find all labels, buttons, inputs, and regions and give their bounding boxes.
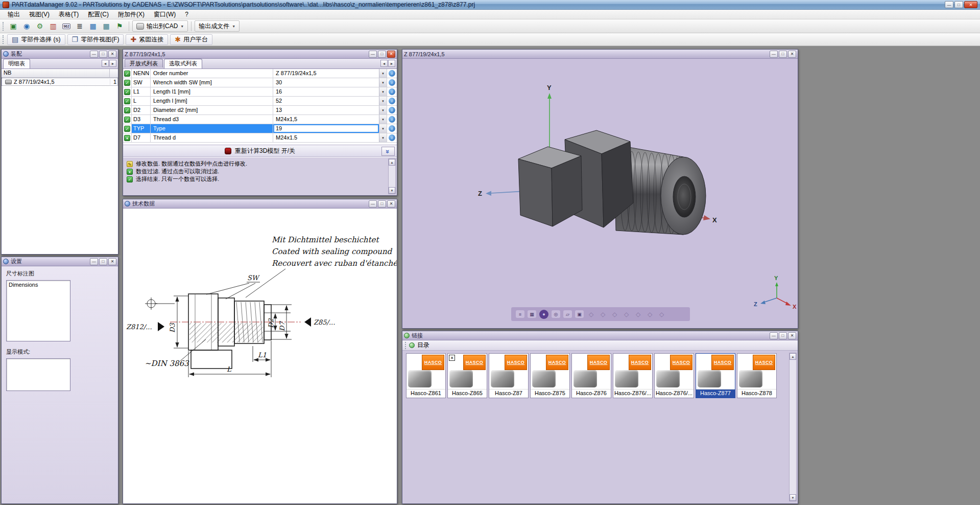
list-circle-button[interactable]: ≣ [74,20,86,32]
menu-item-2[interactable]: 视图(V) [25,10,54,19]
extra-tool-3-icon[interactable]: ◇ [610,310,619,318]
links-panel-minimize-button[interactable]: — [770,332,778,339]
assembly-tab-scroll-left-button[interactable]: ◄ [102,60,109,67]
value-dropdown-icon[interactable]: ▼ [379,87,387,96]
settings-panel-maximize-button[interactable]: □ [99,258,107,265]
value-dropdown-icon[interactable]: ▼ [379,124,387,133]
parameter-row-typ[interactable]: ✓TYPType19▼i [123,124,397,133]
parameter-row-l[interactable]: ✓LLength l [mm]52▼i [123,97,397,106]
extra-tool-6-icon[interactable]: ◇ [646,310,654,318]
export-cad-caret-icon[interactable]: ▼ [180,25,184,28]
viewer-panel-close-button[interactable]: ✕ [788,51,796,58]
parameter-row-d2[interactable]: ✓D2Diameter d2 [mm]13▼i [123,106,397,115]
export-to-cad-button[interactable]: 输出到CAD ▼ [132,20,188,32]
links-panel-header[interactable]: 链接 —□✕ [402,331,798,340]
viewer-panel-maximize-button[interactable]: □ [779,51,787,58]
settings-panel-close-button[interactable]: ✕ [108,258,116,265]
settings-panel-minimize-button[interactable]: — [90,258,98,265]
display-mode-listbox[interactable] [6,358,70,391]
web-catalog-button[interactable]: ◉ [20,20,33,32]
link-item-hasco-z865[interactable]: HASCO✕Hasco-Z865 [447,353,487,398]
links-toolbar-grip[interactable] [405,342,407,349]
calc-table-button[interactable]: ▦ [100,20,112,32]
parameter-value[interactable]: 13 [273,106,379,114]
parameter-row-nenn[interactable]: ✓NENNOrder numberZ 877/19/24x1,5▼i [123,69,397,78]
parameter-row-l1[interactable]: ✓L1Length l1 [mm]16▼i [123,87,397,97]
value-dropdown-icon[interactable]: ▼ [379,115,387,124]
parameter-value[interactable]: M24x1.5 [273,133,379,142]
links-panel-close-button[interactable]: ✕ [788,332,796,339]
info-icon[interactable]: i [389,107,395,113]
value-dropdown-icon[interactable]: ▼ [379,97,387,105]
table-tab-scroll-right-button[interactable]: ► [388,60,395,67]
link-item-hasco-z87[interactable]: HASCOHasco-Z87 [489,353,529,398]
exp-collapse-button[interactable]: » [381,147,395,156]
link-item-hasco-z877[interactable]: HASCOHasco-Z877 [696,353,735,398]
link-item-hasco-z876-[interactable]: HASCOHasco-Z876/... [654,353,694,398]
dimension-listbox[interactable]: Dimensions [6,280,70,341]
flag-button[interactable]: ⚑ [113,20,126,32]
extra-tool-1-icon[interactable]: ◇ [587,310,595,318]
info-icon[interactable]: i [389,98,395,104]
table-962-button[interactable]: 962 [60,20,73,32]
tech-panel-header[interactable]: 技术数据 —□✕ [123,199,397,209]
3d-part-model[interactable] [518,130,706,235]
table-tab-scroll-left-button[interactable]: ◄ [380,60,388,67]
tech-panel-maximize-button[interactable]: □ [378,200,386,208]
viewer-panel-minimize-button[interactable]: — [770,51,778,58]
measure-icon[interactable]: ▱ [563,310,572,318]
assembly-tab-scroll-right-button[interactable]: ► [109,60,116,67]
value-dropdown-icon[interactable]: ▼ [379,69,387,78]
orbit-icon[interactable]: ● [539,310,548,319]
parameter-value[interactable]: 19 [273,124,379,133]
3d-viewport[interactable]: Y Z X [402,59,798,328]
link-item-hasco-z878[interactable]: HASCOHasco-Z878 [737,353,777,398]
new-part-button[interactable]: ▣ [7,20,19,32]
parameter-row-d3[interactable]: ✓D3Thread d3M24x1,5▼i [123,115,397,124]
link-item-hasco-z861[interactable]: HASCOHasco-Z861 [406,353,446,398]
menu-item-4[interactable]: 配置(C) [83,10,113,19]
info-icon[interactable]: i [389,70,395,77]
user-platform-button[interactable]: ✱用户平台 [170,34,212,45]
links-scroll-up-icon[interactable]: ▲ [790,353,796,360]
menu-item-6[interactable]: 窗口(W) [149,10,180,19]
tech-panel-minimize-button[interactable]: — [369,200,377,208]
scroll-up-icon[interactable]: ▲ [389,159,395,166]
parameter-row-sw[interactable]: ✓SWWrench width SW [mm]30▼i [123,78,397,87]
link-item-hasco-z876[interactable]: HASCOHasco-Z876 [571,353,611,398]
assembly-column-nb[interactable]: NB [2,69,110,77]
links-scroll-down-icon[interactable]: ▼ [790,494,796,501]
parameter-row-d7[interactable]: ▼D7Thread dM24x1.5▼i [123,133,397,143]
screen-icon[interactable]: ▣ [575,310,584,318]
toolbar2-grip[interactable] [3,35,5,44]
extra-tool-7-icon[interactable]: ◇ [657,310,666,318]
data-table-button[interactable]: ▦ [87,20,99,32]
window-close-button[interactable]: ✕ [964,1,977,8]
view-list-icon[interactable]: ≡ [516,310,524,318]
parameter-value[interactable]: 52 [273,97,379,105]
link-item-hasco-z875[interactable]: HASCOHasco-Z875 [530,353,570,398]
settings-panel-header[interactable]: 设置 —□✕ [2,257,118,266]
window-minimize-button[interactable]: — [945,1,953,8]
info-icon[interactable]: i [389,79,395,86]
value-dropdown-icon[interactable]: ▼ [379,106,387,114]
gears-button[interactable]: ⚙ [34,20,46,32]
viewer-panel-header[interactable]: Z 877/19/24x1,5 —□✕ [402,50,798,59]
recalc-3d-button[interactable]: 重新计算3D模型 开/关 [235,147,295,155]
catalog-button[interactable]: 目录 [417,341,429,350]
info-icon[interactable]: i [389,125,395,132]
link-item-hasco-z876-[interactable]: HASCOHasco-Z876/... [613,353,653,398]
part-selection-button[interactable]: ▤零部件选择 (s) [7,34,65,45]
toolbar-grip[interactable] [3,22,5,31]
parameter-value[interactable]: M24x1,5 [273,115,379,124]
value-dropdown-icon[interactable]: ▼ [379,78,387,87]
links-scrollbar[interactable]: ▲ ▼ [789,353,797,501]
parameter-value[interactable]: Z 877/19/24x1,5 [273,69,379,78]
export-to-file-button[interactable]: 输出成文件 ▼ [195,20,240,32]
parameter-panel-header[interactable]: Z 877/19/24x1,5 —□✕ [123,50,397,59]
info-icon[interactable]: i [389,134,395,141]
assembly-panel-close-button[interactable]: ✕ [108,51,116,58]
fastener-connection-button[interactable]: ✚紧固连接 [126,34,168,45]
assembly-panel-minimize-button[interactable]: — [90,51,98,58]
window-maximize-button[interactable]: □ [954,1,963,8]
